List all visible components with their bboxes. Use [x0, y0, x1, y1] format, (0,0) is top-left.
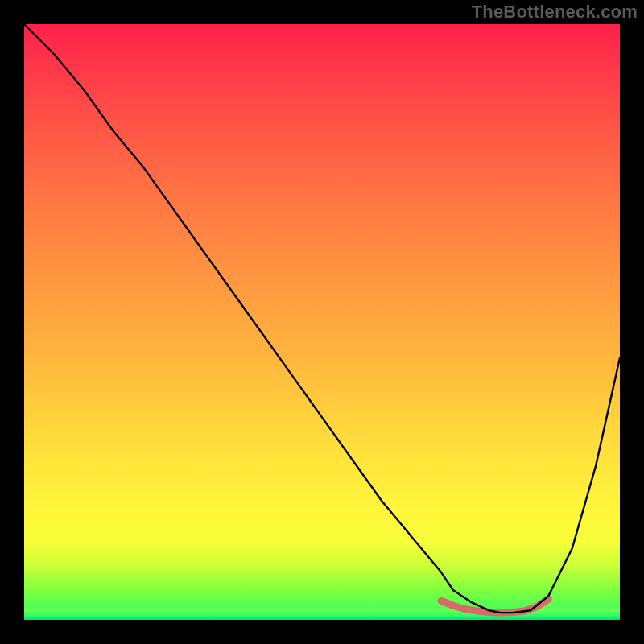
bottleneck-curve-path	[24, 24, 620, 613]
watermark-text: TheBottleneck.com	[472, 2, 638, 23]
plot-area	[24, 24, 620, 620]
chart-frame: TheBottleneck.com	[0, 0, 644, 644]
curve-layer	[24, 24, 620, 620]
